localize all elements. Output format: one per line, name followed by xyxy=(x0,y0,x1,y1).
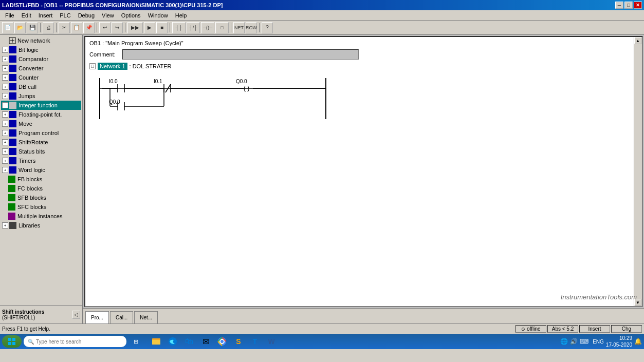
menu-debug[interactable]: Debug xyxy=(75,11,98,20)
sidebar-item-comparator[interactable]: + Comparator xyxy=(1,54,81,64)
undo-btn[interactable]: ↩ xyxy=(99,22,111,33)
expand-counter[interactable]: + xyxy=(2,74,8,81)
sep7 xyxy=(259,23,260,32)
start-button[interactable] xyxy=(2,335,22,348)
compile-btn[interactable]: ▶▶ xyxy=(127,22,143,33)
expand-jumps[interactable]: + xyxy=(2,93,8,99)
floating-point-icon xyxy=(9,110,17,119)
taskbar-app-edge[interactable] xyxy=(165,334,180,349)
stop-btn[interactable]: ■ xyxy=(156,22,168,33)
menu-window[interactable]: Window xyxy=(145,11,171,20)
timers-icon xyxy=(9,157,17,165)
row-btn[interactable]: ROW xyxy=(246,22,257,33)
expand-floating-point[interactable]: + xyxy=(2,111,8,118)
close-btn[interactable]: ✕ xyxy=(634,2,642,9)
menu-plc[interactable]: PLC xyxy=(57,11,73,20)
menu-help[interactable]: Help xyxy=(172,11,190,20)
sidebar-item-move[interactable]: + Move xyxy=(1,119,81,128)
expand-move[interactable]: + xyxy=(2,121,8,127)
paste-btn[interactable]: 📌 xyxy=(83,22,95,33)
menu-insert[interactable]: Insert xyxy=(35,11,56,20)
sidebar-item-shift-rotate[interactable]: + Shift/Rotate xyxy=(1,138,81,147)
menu-edit[interactable]: Edit xyxy=(19,11,34,20)
tab-pro[interactable]: Pro... xyxy=(85,311,109,323)
task-view-btn[interactable]: ⊞ xyxy=(128,334,143,349)
taskbar-app-simatic[interactable]: S xyxy=(231,334,246,349)
restore-btn[interactable]: □ xyxy=(624,2,633,9)
sidebar-label-status-bits: Status bits xyxy=(19,148,45,155)
menu-view[interactable]: View xyxy=(99,11,117,20)
sidebar-item-integer-function[interactable]: + Integer function xyxy=(1,101,81,110)
sidebar-item-libraries[interactable]: + Libraries xyxy=(1,221,81,230)
sidebar-item-floating-point[interactable]: + Floating-point fct. xyxy=(1,110,81,119)
network-header: □ Network 1 : DOL STRATER xyxy=(85,62,642,71)
expand-db-call[interactable]: + xyxy=(2,84,8,90)
tab-cal[interactable]: Cal... xyxy=(110,311,133,323)
cut-btn[interactable]: ✂ xyxy=(59,22,70,33)
minimize-btn[interactable]: ─ xyxy=(615,2,623,9)
expand-integer-function[interactable]: + xyxy=(2,102,8,108)
sidebar-item-sfc-blocks[interactable]: SFC blocks xyxy=(1,202,81,212)
menu-file[interactable]: File xyxy=(2,11,17,20)
expand-word-logic[interactable]: + xyxy=(2,167,8,173)
sidebar-label-word-logic: Word logic xyxy=(19,167,45,173)
sidebar-item-timers[interactable]: + Timers xyxy=(1,156,81,165)
sidebar-item-bit-logic[interactable]: + Bit logic xyxy=(1,45,81,54)
contact-nc-btn[interactable]: ┤/├ xyxy=(187,22,200,33)
sidebar-item-jumps[interactable]: + Jumps xyxy=(1,91,81,101)
expand-converter[interactable]: + xyxy=(2,65,8,71)
copy-btn[interactable]: 📋 xyxy=(71,22,82,33)
menu-options[interactable]: Options xyxy=(118,11,144,20)
sidebar-item-counter[interactable]: + Counter xyxy=(1,73,81,82)
expand-bit-logic[interactable]: + xyxy=(2,47,8,53)
sidebar-label-converter: Converter xyxy=(19,65,43,71)
contact-no-btn[interactable]: ┤├ xyxy=(172,22,186,33)
taskbar-search[interactable]: 🔍 Type here to search xyxy=(24,336,126,347)
sidebar-item-word-logic[interactable]: + Word logic xyxy=(1,165,81,175)
sidebar-item-program-control[interactable]: + Program control xyxy=(1,128,81,138)
fb-blocks-icon xyxy=(8,175,16,183)
network-title: Network 1 xyxy=(98,63,127,70)
sidebar-item-fc-blocks[interactable]: FC blocks xyxy=(1,184,81,193)
sidebar: New network + Bit logic + Comparator xyxy=(0,35,83,323)
sidebar-item-multiple-instances[interactable]: Multiple instances xyxy=(1,212,81,221)
sidebar-item-db-call[interactable]: + DB call xyxy=(1,82,81,91)
redo-btn[interactable]: ↪ xyxy=(112,22,123,33)
coil-btn[interactable]: ─()─ xyxy=(201,22,214,33)
open-btn[interactable]: 📂 xyxy=(14,22,26,33)
expand-status-bits[interactable]: + xyxy=(2,148,8,155)
sidebar-item-sfb-blocks[interactable]: SFB blocks xyxy=(1,193,81,202)
sidebar-item-status-bits[interactable]: + Status bits xyxy=(1,147,81,156)
sidebar-item-fb-blocks[interactable]: FB blocks xyxy=(1,175,81,184)
run-btn[interactable]: ▶ xyxy=(144,22,155,33)
taskbar-app-mail[interactable]: ✉ xyxy=(198,334,213,349)
network-btn[interactable]: NET xyxy=(233,22,245,33)
sidebar-item-new-network[interactable]: New network xyxy=(1,36,81,45)
notification-icon[interactable]: 🔔 xyxy=(634,338,642,345)
expand-timers[interactable]: + xyxy=(2,158,8,164)
taskbar-date: 17-05-2020 xyxy=(606,341,632,348)
expand-comparator[interactable]: + xyxy=(2,56,8,62)
sidebar-item-converter[interactable]: + Converter xyxy=(1,64,81,73)
taskbar-app-store[interactable]: 🛍 xyxy=(182,334,196,349)
tab-net[interactable]: Net... xyxy=(134,311,158,323)
taskbar-app-simatic2[interactable]: T xyxy=(248,334,262,349)
expand-program-control[interactable]: + xyxy=(2,130,8,136)
sidebar-collapse-btn[interactable]: ◁ xyxy=(72,311,80,319)
expand-libraries[interactable]: + xyxy=(2,222,8,228)
taskbar-app-word[interactable]: W xyxy=(264,334,279,349)
window-title: LAD/STL/FBD - [OB1 -- PROFIBUS CONFIGURA… xyxy=(2,2,223,8)
taskbar-clock[interactable]: 10:29 17-05-2020 xyxy=(606,335,632,348)
comment-input[interactable] xyxy=(122,49,359,60)
expand-shift-rotate[interactable]: + xyxy=(2,139,8,145)
taskbar-app-explorer[interactable] xyxy=(149,334,163,349)
taskbar-app-chrome[interactable] xyxy=(215,334,229,349)
scroll-up-btn[interactable]: ▲ xyxy=(634,37,641,44)
save-btn[interactable]: 💾 xyxy=(27,22,38,33)
network-collapse-btn[interactable]: □ xyxy=(89,63,96,69)
print-btn[interactable]: 🖨 xyxy=(43,22,54,33)
box-btn[interactable]: □ xyxy=(215,22,229,33)
help-btn[interactable]: ? xyxy=(262,22,273,33)
new-btn[interactable]: 📄 xyxy=(2,22,13,33)
tab-cal-label: Cal... xyxy=(116,315,127,320)
